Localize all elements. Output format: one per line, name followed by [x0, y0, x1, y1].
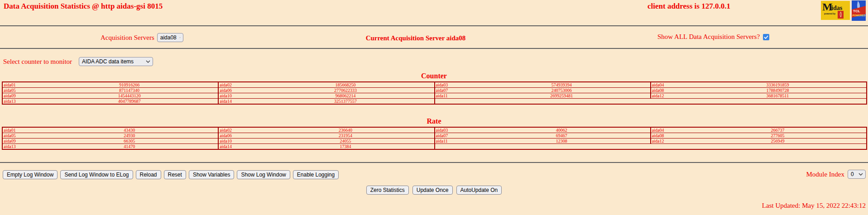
rate-cell-name: aida09 — [2, 139, 41, 144]
checkmark-icon — [764, 35, 768, 39]
toolbar-show-variables-button[interactable]: Show Variables — [189, 170, 235, 179]
rate-row: aida0966305aida1024055aida1112308aida122… — [2, 139, 867, 144]
chevron-down-icon — [858, 173, 863, 176]
counter-cell-value: 968062214 — [257, 93, 434, 99]
page-title: Data Acquisition Statistics @ http aidas… — [4, 2, 163, 11]
counter-cell-name: aida06 — [218, 88, 257, 93]
rate-cell-name: aida04 — [651, 127, 689, 133]
rate-cell-name: aida11 — [435, 139, 473, 144]
rate-cell-value: 231954 — [257, 133, 434, 139]
counter-cell-value: 910916266 — [41, 82, 218, 88]
daq-statistics-page: { "header": { "title": "Data Acquisition… — [0, 0, 868, 215]
rate-cell-value: 236640 — [257, 127, 434, 133]
rate-cell-name: aida08 — [651, 133, 689, 139]
counter-select-label: Select counter to monitor — [3, 58, 72, 66]
module-index-select-value: 0 — [851, 171, 854, 177]
midas-logo[interactable]: M idas powered by — [821, 1, 850, 20]
counter-cell-name: aida12 — [651, 93, 689, 99]
counter-select[interactable]: AIDA ADC data items — [79, 57, 153, 66]
rate-cell-name: aida12 — [651, 139, 689, 144]
counter-row: aida05871147340aida062770622333aida07240… — [2, 88, 867, 93]
counter-row: aida091454443120aida10968062214aida11269… — [2, 93, 867, 99]
counter-cell-value: 4047789687 — [41, 99, 218, 105]
counter-cell-name: aida07 — [435, 88, 473, 93]
header-divider — [0, 25, 868, 26]
rate-section-title: Rate — [0, 117, 868, 125]
counter-cell-value: 1454443120 — [41, 93, 218, 99]
rate-cell-value: 41470 — [41, 144, 218, 150]
update-update-once-button[interactable]: Update Once — [412, 186, 453, 195]
rate-cell-name: aida06 — [218, 133, 257, 139]
rate-cell-name: aida03 — [435, 127, 473, 133]
footer-divider — [0, 162, 868, 163]
rate-cell-name: aida13 — [2, 144, 41, 150]
counter-cell-value: 240753006 — [473, 88, 651, 93]
counter-cell-name: aida11 — [435, 93, 473, 99]
svg-text:idas: idas — [831, 5, 843, 11]
counter-select-value: AIDA ADC data items — [82, 58, 134, 65]
rate-cell-name: aida02 — [218, 127, 257, 133]
tcl-powered-logo[interactable]: TCL POWERED — [852, 0, 866, 21]
rate-cell-value: 69467 — [473, 133, 651, 139]
counter-cell-name: aida09 — [2, 93, 41, 99]
svg-text:TCL: TCL — [853, 9, 860, 13]
tcl-powered-logo-image: TCL POWERED — [852, 0, 866, 21]
rate-cell-value: 12308 — [473, 139, 651, 144]
rate-cell-name: aida10 — [218, 139, 257, 144]
module-index-group: Module Index 0 — [770, 170, 866, 179]
rate-cell-value: 266737 — [689, 127, 867, 133]
counter-cell-name: aida14 — [218, 99, 257, 105]
svg-text:powered by: powered by — [824, 13, 836, 15]
counter-cell-name: aida05 — [2, 88, 41, 93]
midas-logo-image: M idas powered by — [821, 1, 850, 20]
counter-row: aida134047789687aida143251377557 — [2, 99, 867, 105]
update-zero-statistics-button[interactable]: Zero Statistics — [366, 186, 409, 195]
client-address: client address is 127.0.0.1 — [647, 2, 730, 11]
counter-cell-empty — [435, 99, 867, 105]
server-bar-divider — [0, 48, 868, 49]
rate-cell-value: 40062 — [473, 127, 651, 133]
counter-cell-name: aida13 — [2, 99, 41, 105]
rate-table-container: aida0143430aida02236640aida0340062aida04… — [2, 127, 867, 150]
rate-row: aida1341470aida1417384 — [2, 144, 867, 150]
toolbar-enable-logging-button[interactable]: Enable Logging — [293, 170, 339, 179]
toolbar-show-log-window-button[interactable]: Show Log Window — [237, 170, 290, 179]
rate-cell-value: 24055 — [257, 139, 434, 144]
counter-cell-name: aida02 — [218, 82, 257, 88]
rate-row: aida0524930aida06231954aida0769467aida08… — [2, 133, 867, 139]
chevron-down-icon — [146, 60, 150, 63]
log-toolbar: Empty Log WindowSend Log Window to ELogR… — [3, 170, 339, 179]
counter-cell-name: aida01 — [2, 82, 41, 88]
rate-cell-value: 43430 — [41, 127, 218, 133]
counter-cell-value: 3681678511 — [689, 93, 867, 99]
module-index-select[interactable]: 0 — [848, 170, 866, 179]
counter-row: aida01910916266aida02185668250aida035749… — [2, 82, 867, 88]
rate-cell-value: 277605 — [689, 133, 867, 139]
show-all-group: Show ALL Data Acquisition Servers? — [657, 33, 769, 41]
counter-cell-value: 574939394 — [473, 82, 651, 88]
counter-cell-value: 3336191859 — [689, 82, 867, 88]
counter-cell-value: 2770622333 — [257, 88, 434, 93]
rate-cell-name: aida14 — [218, 144, 257, 150]
rate-cell-value: 17384 — [257, 144, 434, 150]
rate-table: aida0143430aida02236640aida0340062aida04… — [2, 127, 867, 150]
counter-cell-name: aida08 — [651, 88, 689, 93]
toolbar-reload-button[interactable]: Reload — [136, 170, 161, 179]
rate-cell-value: 256949 — [689, 139, 867, 144]
counter-cell-name: aida10 — [218, 93, 257, 99]
counter-cell-name: aida04 — [651, 82, 689, 88]
show-all-checkbox[interactable] — [763, 34, 769, 40]
rate-cell-empty — [435, 144, 867, 150]
counter-cell-value: 2699259481 — [473, 93, 651, 99]
rate-cell-value: 66305 — [41, 139, 218, 144]
update-autoupdate-on-button[interactable]: AutoUpdate On — [456, 186, 502, 195]
rate-cell-name: aida07 — [435, 133, 473, 139]
counter-table: aida01910916266aida02185668250aida035749… — [2, 81, 867, 105]
update-controls: Zero StatisticsUpdate OnceAutoUpdate On — [0, 186, 868, 195]
toolbar-empty-log-window-button[interactable]: Empty Log Window — [3, 170, 58, 179]
show-all-label: Show ALL Data Acquisition Servers? — [657, 33, 760, 41]
counter-cell-value: 871147340 — [41, 88, 218, 93]
rate-cell-name: aida01 — [2, 127, 41, 133]
toolbar-reset-button[interactable]: Reset — [164, 170, 186, 179]
toolbar-send-log-window-to-elog-button[interactable]: Send Log Window to ELog — [60, 170, 133, 179]
